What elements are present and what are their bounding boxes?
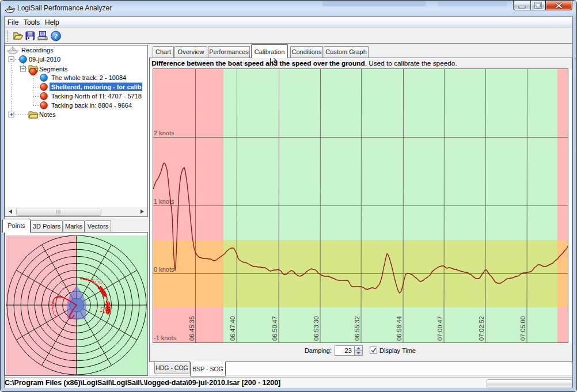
svg-text:Damping:: Damping:	[305, 347, 332, 354]
svg-text:07:00:47: 07:00:47	[436, 316, 443, 341]
svg-text:-1 knots: -1 knots	[154, 334, 177, 341]
svg-text:Tacking North of TI: 4707 - 57: Tacking North of TI: 4707 - 5718	[51, 93, 142, 100]
svg-text:0 knots: 0 knots	[154, 266, 174, 273]
svg-text:Notes: Notes	[39, 111, 56, 118]
svg-text:The whole track: 2 - 10084: The whole track: 2 - 10084	[51, 74, 126, 81]
svg-text:06:55:32: 06:55:32	[354, 316, 360, 341]
svg-text:Tacking back in: 8804 - 9664: Tacking back in: 8804 - 9664	[51, 102, 132, 109]
svg-text:09-jul-2010: 09-jul-2010	[29, 56, 60, 63]
svg-text:07:05:00: 07:05:00	[519, 316, 526, 341]
svg-text:06:58:44: 06:58:44	[396, 316, 403, 341]
svg-text:07:02:52: 07:02:52	[478, 316, 485, 341]
svg-text:1 knots: 1 knots	[154, 198, 174, 205]
svg-text:06:50:47: 06:50:47	[271, 316, 278, 341]
svg-text:Sheltered, motoring - for cali: Sheltered, motoring - for calib	[51, 83, 142, 90]
svg-text:06:45:35: 06:45:35	[188, 316, 195, 341]
svg-text:06:47:40: 06:47:40	[229, 316, 236, 341]
svg-text:Display Time: Display Time	[379, 347, 416, 354]
svg-text:?: ?	[54, 32, 58, 40]
svg-text:2 knots: 2 knots	[154, 130, 174, 136]
svg-text:Segments: Segments	[39, 66, 68, 73]
svg-text:Recordings: Recordings	[21, 47, 54, 54]
svg-text:23: 23	[344, 347, 352, 354]
svg-text:06:53:30: 06:53:30	[313, 316, 320, 341]
